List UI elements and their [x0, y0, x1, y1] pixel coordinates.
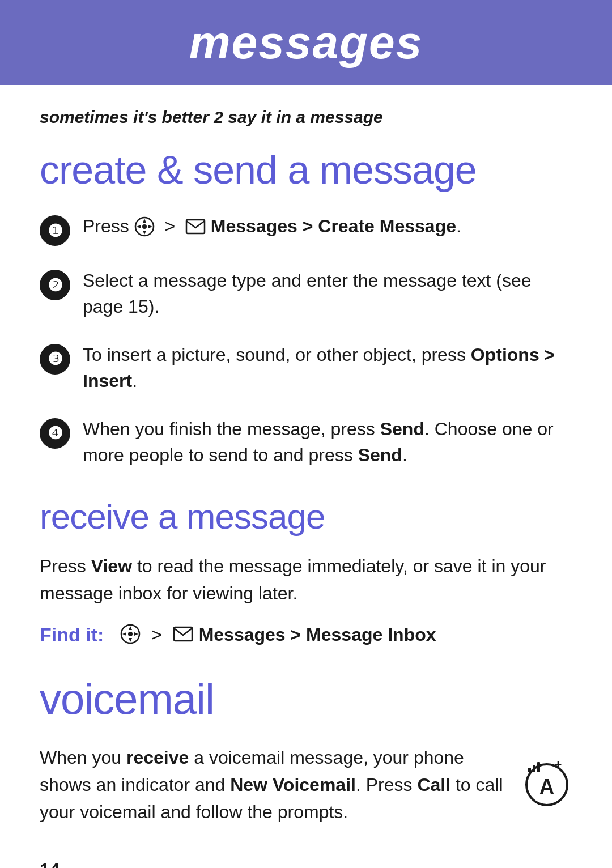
tagline: sometimes it's better 2 say it in a mess… — [40, 108, 572, 127]
step-1-text: Press > Messages > Create Message. — [83, 213, 572, 239]
step-number-4: ❹ — [40, 418, 70, 449]
new-voicemail-bold: New Voicemail — [230, 775, 356, 795]
receive-body-text: Press View to read the message immediate… — [40, 552, 572, 607]
receive-section-title: receive a message — [40, 496, 572, 537]
find-it-row: Find it: > Messages > Message Inbox — [40, 624, 572, 646]
voicemail-indicator-icon: A + — [521, 755, 572, 806]
svg-marker-2 — [143, 231, 146, 235]
envelope-icon — [185, 216, 206, 237]
joystick-icon — [134, 216, 155, 237]
steps-list: ❶ Press > Messages > Cr — [40, 213, 572, 468]
page-title: messages — [23, 16, 589, 69]
svg-marker-3 — [137, 225, 141, 228]
find-it-envelope-icon — [173, 624, 193, 644]
step-number-1: ❶ — [40, 215, 70, 246]
svg-marker-9 — [129, 638, 132, 642]
svg-point-12 — [128, 632, 133, 636]
step-1: ❶ Press > Messages > Cr — [40, 213, 572, 246]
find-it-arrow1: > — [146, 624, 167, 645]
voicemail-section: When you receive a voicemail message, yo… — [40, 744, 572, 826]
find-it-label: Find it: — [40, 624, 104, 646]
step-3-text: To insert a picture, sound, or other obj… — [83, 342, 572, 394]
svg-rect-17 — [528, 768, 531, 772]
view-bold: View — [91, 556, 132, 576]
svg-rect-6 — [186, 220, 205, 233]
svg-marker-4 — [148, 225, 152, 228]
step-1-bold: Messages > Create Message — [211, 216, 456, 236]
svg-marker-10 — [122, 632, 126, 636]
page-number: 14 — [40, 860, 572, 868]
svg-text:+: + — [555, 758, 562, 772]
step-3: ❸ To insert a picture, sound, or other o… — [40, 342, 572, 394]
svg-text:A: A — [539, 775, 554, 798]
header-banner: messages — [0, 0, 612, 85]
svg-rect-18 — [533, 765, 536, 772]
receive-bold: receive — [126, 747, 189, 768]
svg-rect-19 — [537, 762, 540, 772]
step-3-options: Options > Insert — [83, 344, 555, 391]
voicemail-icon-block: A + — [521, 744, 572, 809]
step-2: ❷ Select a message type and enter the me… — [40, 267, 572, 320]
step-number-3: ❸ — [40, 344, 70, 375]
svg-marker-11 — [134, 632, 138, 636]
step-2-text: Select a message type and enter the mess… — [83, 267, 572, 320]
page-content: sometimes it's better 2 say it in a mess… — [0, 85, 612, 868]
create-section-title: create & send a message — [40, 147, 572, 193]
svg-marker-8 — [129, 626, 132, 630]
svg-point-5 — [142, 224, 147, 229]
find-it-joystick-icon — [120, 624, 141, 644]
call-bold: Call — [417, 775, 450, 795]
step-4-send-1: Send — [380, 419, 424, 439]
voicemail-section-title: voicemail — [40, 674, 572, 724]
find-it-path: Messages > Message Inbox — [199, 624, 436, 645]
svg-marker-1 — [143, 219, 146, 223]
step-4-send-2: Send — [358, 445, 402, 465]
step-4-text: When you finish the message, press Send.… — [83, 416, 572, 469]
step-number-2: ❷ — [40, 270, 70, 300]
voicemail-body-text: When you receive a voicemail message, yo… — [40, 744, 504, 826]
svg-rect-13 — [174, 627, 192, 641]
step-4: ❹ When you finish the message, press Sen… — [40, 416, 572, 469]
